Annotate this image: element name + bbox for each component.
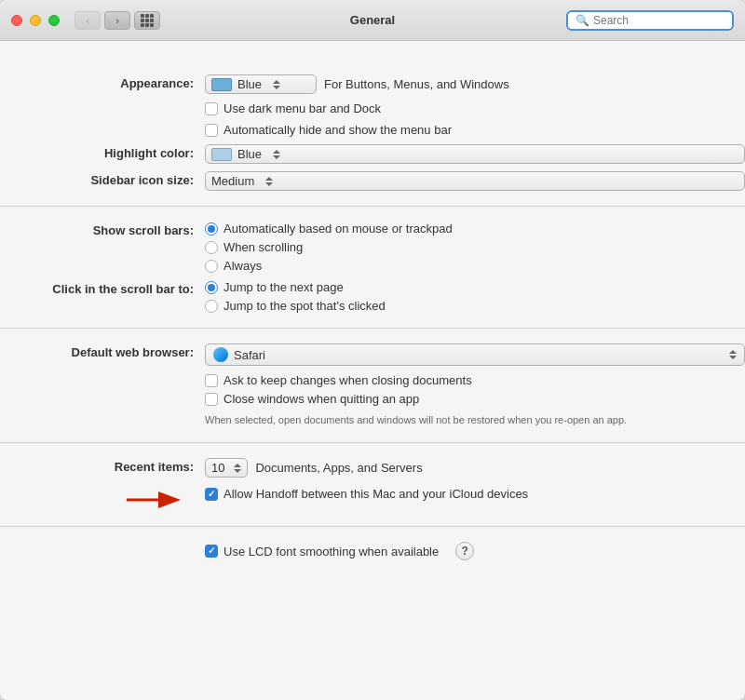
- highlight-color-dropdown[interactable]: Blue: [205, 144, 745, 164]
- dark-menu-checkbox[interactable]: [205, 102, 218, 115]
- arrow-down-icon: [265, 182, 273, 186]
- dark-menu-row: Use dark menu bar and Dock: [0, 101, 745, 115]
- click-scroll-row: Click in the scroll bar to: Jump to the …: [0, 280, 745, 313]
- close-windows-note: When selected, open documents and window…: [205, 412, 745, 427]
- appearance-section: Appearance: Blue For Buttons, Menus, and…: [0, 60, 745, 207]
- arrow-down-icon: [273, 155, 280, 159]
- system-preferences-window: ‹ › General 🔍 Appearance:: [0, 0, 745, 700]
- click-next-radio[interactable]: [205, 281, 218, 294]
- default-browser-dropdown[interactable]: Safari: [205, 343, 745, 366]
- grid-icon: [141, 14, 154, 27]
- recent-items-row: Recent items: 10 Documents, Apps, and Se…: [0, 458, 745, 478]
- click-spot-label: Jump to the spot that's clicked: [224, 299, 386, 313]
- search-input[interactable]: [593, 14, 725, 27]
- click-next-label: Jump to the next page: [224, 280, 344, 294]
- show-scroll-bars-row: Show scroll bars: Automatically based on…: [0, 222, 745, 273]
- auto-hide-checkbox-row: Automatically hide and show the menu bar: [205, 123, 745, 137]
- highlight-color-label: Highlight color:: [0, 144, 205, 160]
- arrow-down-icon: [273, 86, 280, 89]
- scroll-when-row: When scrolling: [205, 240, 745, 254]
- scroll-always-radio[interactable]: [205, 260, 218, 273]
- appearance-arrows: [273, 80, 280, 89]
- lcd-section: Use LCD font smoothing when available ?: [0, 527, 745, 575]
- dark-menu-checkbox-row: Use dark menu bar and Dock: [205, 101, 745, 115]
- maximize-button[interactable]: [48, 15, 60, 26]
- appearance-row: Appearance: Blue For Buttons, Menus, and…: [0, 74, 745, 94]
- scroll-always-label: Always: [224, 259, 262, 273]
- appearance-controls: Blue For Buttons, Menus, and Windows: [205, 74, 745, 94]
- default-browser-label: Default web browser:: [0, 343, 205, 359]
- lcd-font-checkbox[interactable]: [205, 545, 218, 558]
- show-scroll-bars-label: Show scroll bars:: [0, 222, 205, 237]
- ask-keep-changes-row: Ask to keep changes when closing documen…: [0, 373, 745, 427]
- recent-items-stepper[interactable]: 10: [205, 458, 248, 478]
- sidebar-icon-label: Sidebar icon size:: [0, 171, 205, 187]
- appearance-description: For Buttons, Menus, and Windows: [324, 77, 509, 91]
- auto-hide-label: Automatically hide and show the menu bar: [224, 123, 452, 137]
- arrow-up-icon: [265, 177, 273, 181]
- ask-keep-changes-checkbox[interactable]: [205, 374, 218, 387]
- close-windows-label: Close windows when quitting an app: [224, 392, 419, 406]
- scroll-auto-label: Automatically based on mouse or trackpad: [224, 222, 453, 236]
- sidebar-icon-row: Sidebar icon size: Medium: [0, 171, 745, 191]
- click-next-row: Jump to the next page: [205, 280, 745, 294]
- arrow-up-icon: [273, 150, 280, 154]
- close-button[interactable]: [11, 15, 22, 26]
- sidebar-icon-value: Medium: [211, 174, 254, 188]
- handoff-label: Allow Handoff between this Mac and your …: [224, 487, 528, 501]
- recent-items-description: Documents, Apps, and Servers: [255, 461, 422, 475]
- auto-hide-checkbox[interactable]: [205, 124, 218, 137]
- lcd-font-row: Use LCD font smoothing when available ?: [0, 542, 745, 560]
- default-browser-row: Default web browser: Safari: [0, 343, 745, 366]
- recent-items-label: Recent items:: [0, 458, 205, 474]
- arrow-down-icon: [234, 469, 241, 473]
- lcd-font-checkbox-row: Use LCD font smoothing when available ?: [205, 542, 745, 560]
- appearance-value: Blue: [237, 77, 262, 91]
- ask-keep-checkbox-row: Ask to keep changes when closing documen…: [205, 373, 745, 387]
- appearance-label: Appearance:: [0, 74, 205, 90]
- handoff-arrow-container: [0, 489, 194, 511]
- scroll-bars-section: Show scroll bars: Automatically based on…: [0, 207, 745, 329]
- scroll-when-radio[interactable]: [205, 241, 218, 254]
- close-windows-checkbox[interactable]: [205, 393, 218, 406]
- forward-button[interactable]: ›: [104, 11, 130, 30]
- minimize-button[interactable]: [30, 15, 41, 26]
- nav-buttons: ‹ ›: [74, 11, 130, 30]
- all-prefs-button[interactable]: [134, 11, 160, 30]
- handoff-checkbox-row: Allow Handoff between this Mac and your …: [205, 487, 745, 501]
- scroll-auto-radio[interactable]: [205, 222, 218, 236]
- recent-items-section: Recent items: 10 Documents, Apps, and Se…: [0, 443, 745, 527]
- default-browser-value: Safari: [234, 348, 265, 362]
- arrow-up-icon: [234, 464, 241, 467]
- traffic-lights: [11, 15, 60, 26]
- recent-items-arrows: [234, 464, 241, 473]
- click-scroll-label: Click in the scroll bar to:: [0, 280, 205, 296]
- highlight-color-value: Blue: [237, 147, 262, 161]
- sidebar-icon-arrows: [265, 177, 273, 186]
- arrow-up-icon: [729, 350, 737, 354]
- sidebar-icon-dropdown[interactable]: Medium: [205, 171, 745, 191]
- help-button[interactable]: ?: [455, 542, 474, 560]
- title-bar: ‹ › General 🔍: [0, 0, 745, 41]
- close-windows-annotation: When selected, open documents and window…: [205, 414, 627, 425]
- handoff-row: Allow Handoff between this Mac and your …: [0, 487, 745, 511]
- back-button[interactable]: ‹: [74, 11, 101, 30]
- arrow-down-icon: [729, 356, 737, 359]
- click-spot-radio[interactable]: [205, 300, 218, 313]
- arrow-up-icon: [273, 80, 280, 84]
- ask-keep-changes-label: Ask to keep changes when closing documen…: [224, 373, 472, 387]
- scroll-always-row: Always: [205, 259, 745, 273]
- auto-hide-row: Automatically hide and show the menu bar: [0, 123, 745, 137]
- browser-section: Default web browser: Safari: [0, 329, 745, 443]
- click-spot-row: Jump to the spot that's clicked: [205, 299, 745, 313]
- search-box[interactable]: 🔍: [566, 10, 734, 31]
- appearance-dropdown[interactable]: Blue: [205, 74, 317, 94]
- handoff-checkbox[interactable]: [205, 488, 218, 501]
- window-title: General: [350, 13, 395, 27]
- highlight-arrows: [273, 150, 280, 159]
- search-icon: 🔍: [576, 14, 589, 27]
- browser-arrows: [729, 350, 737, 359]
- close-windows-checkbox-row: Close windows when quitting an app: [205, 392, 745, 406]
- scroll-auto-row: Automatically based on mouse or trackpad: [205, 222, 745, 236]
- lcd-font-label: Use LCD font smoothing when available: [224, 545, 439, 559]
